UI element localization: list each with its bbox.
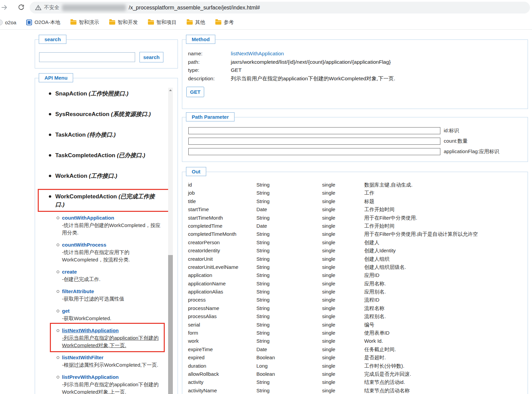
path-parameter-label: applicationFlag:应用标识: [444, 148, 499, 155]
bookmarks-bar: o2oaO2OA-本地智和演示智和开发智和项目其他参考: [0, 15, 532, 30]
path-parameter-input[interactable]: [188, 148, 440, 155]
field-name: applicationAlias: [188, 288, 223, 296]
bookmark-item[interactable]: 参考: [215, 19, 234, 26]
field-description: 用于在Filter中分类使用.由于是自动计算所以允许空: [364, 230, 478, 238]
action-name: SysResourceAction: [55, 111, 109, 117]
search-panel-title: search: [39, 35, 66, 44]
api-method-link[interactable]: countWithProcess: [62, 241, 106, 249]
api-menu-item-countWithApplication[interactable]: countWithApplication-统计当前用户创建的WorkComple…: [62, 214, 163, 236]
field-cardinality: single: [322, 321, 335, 329]
table-row: creatorIdentityStringsingle创建人Identity: [182, 247, 528, 255]
bookmark-item[interactable]: o2oa: [0, 20, 16, 25]
search-button[interactable]: search: [139, 52, 163, 62]
forward-icon[interactable]: [1, 4, 8, 11]
field-name: work: [188, 337, 199, 345]
field-description: 结束节点的活动id.: [364, 378, 405, 386]
field-type: String: [256, 271, 270, 279]
api-menu-action-WorkAction[interactable]: WorkAction (工作接口.): [55, 172, 163, 180]
folder-icon: [187, 20, 193, 25]
get-button[interactable]: GET: [186, 87, 204, 97]
path-parameter-title: Path Parameter: [186, 112, 234, 121]
api-menu-item-countWithProcess[interactable]: countWithProcess-统计当前用户在指定应用下的WorkComple…: [62, 241, 163, 263]
path-parameter-panel: Path Parameter id:标识count:数量applicationF…: [182, 117, 528, 162]
api-menu-action-SysResourceAction[interactable]: SysResourceAction (系统资源接口.): [55, 110, 163, 118]
field-description: Work Id.: [364, 337, 383, 345]
path-parameter-input[interactable]: [188, 138, 440, 145]
field-type: Date: [256, 345, 267, 354]
folder-icon: [70, 20, 76, 25]
method-field-label: type:: [188, 66, 231, 75]
field-cardinality: single: [322, 345, 335, 354]
bookmark-item[interactable]: 智和演示: [70, 19, 99, 26]
table-row: expireTimeDatesingle任务截止时间.: [182, 345, 528, 354]
path-parameter-row: id:标识: [188, 125, 524, 136]
field-cardinality: single: [322, 189, 335, 197]
api-menu-list: SnapAction (工作快照接口.)SysResourceAction (系…: [35, 90, 163, 394]
api-method-link[interactable]: listNextWithApplication: [62, 327, 119, 334]
api-menu-action-WorkCompletedAction[interactable]: WorkCompletedAction (已完成工作接口.): [55, 193, 163, 209]
api-menu-action-TaskCompletedAction[interactable]: TaskCompletedAction (已办接口.): [55, 151, 163, 160]
field-cardinality: single: [322, 337, 335, 345]
field-type: String: [256, 181, 270, 189]
api-menu-item-create[interactable]: create-创建已完成工作.: [62, 268, 163, 283]
field-type: String: [256, 329, 270, 337]
api-menu-action-TaskAction[interactable]: TaskAction (待办接口.): [55, 131, 163, 139]
api-method-description: -获取用于过滤的可选属性值: [62, 295, 163, 303]
table-row: processNameStringsingle流程名称: [182, 304, 528, 312]
table-row: startTimeMonthStringsingle用于在Filter中分类使用…: [182, 214, 528, 222]
api-menu-action-SnapAction[interactable]: SnapAction (工作快照接口.): [55, 90, 163, 98]
api-method-link[interactable]: countWithApplication: [62, 214, 114, 222]
field-name: serial: [188, 321, 200, 329]
api-menu-item-listNextWithFilter[interactable]: listNextWithFilter-根据过滤属性列示WorkCompleted…: [62, 354, 163, 369]
warning-icon: [35, 5, 41, 10]
scroll-up-icon[interactable]: [168, 88, 173, 92]
api-menu-item-listPrevWithApplication[interactable]: listPrevWithApplication-列示当前用户在指定的applic…: [62, 373, 163, 394]
method-field-row: name:listNextWithApplication: [188, 50, 524, 58]
api-method-link[interactable]: listPrevWithApplication: [62, 373, 119, 381]
action-note: (工作接口.): [89, 173, 117, 179]
table-row: serialStringsingle编号: [182, 321, 528, 329]
api-method-link[interactable]: get: [62, 307, 70, 315]
method-field-value[interactable]: listNextWithApplication: [231, 50, 284, 58]
path-parameter-row: applicationFlag:应用标识: [188, 146, 524, 157]
bookmark-item[interactable]: 其他: [187, 19, 205, 26]
url-bar[interactable]: 不安全 /x_processplatform_assemble_surface/…: [30, 2, 530, 13]
refresh-icon[interactable]: [18, 4, 25, 11]
field-cardinality: single: [322, 238, 335, 247]
bookmark-label: 智和项目: [156, 19, 177, 26]
bookmark-label: o2oa: [5, 20, 16, 25]
api-menu-item-get[interactable]: get-获取WorkCompleted.: [62, 307, 163, 322]
field-type: String: [256, 280, 270, 288]
bookmark-item[interactable]: O2OA-本地: [26, 19, 60, 26]
field-description: 工作开始时间: [364, 222, 395, 230]
api-menu-panel: API Menu SnapAction (工作快照接口.)SysResource…: [35, 78, 178, 394]
field-type: Date: [256, 205, 267, 214]
field-cardinality: single: [322, 222, 335, 230]
field-name: activityName: [188, 387, 217, 394]
table-row: creatorUnitLevelNameStringsingle创建人组织层级名…: [182, 263, 528, 271]
path-parameter-input[interactable]: [188, 127, 440, 134]
api-menu-item-listNextWithApplication[interactable]: listNextWithApplication-列示当前用户在指定的applic…: [62, 327, 163, 349]
field-type: String: [256, 312, 270, 320]
field-description: 工作时长(分钟数).: [364, 362, 404, 370]
field-cardinality: single: [322, 181, 335, 189]
method-panel: Method name:listNextWithApplicationpath:…: [182, 39, 528, 109]
action-note: (已办接口.): [117, 152, 145, 159]
field-cardinality: single: [322, 370, 335, 378]
api-menu-title: API Menu: [39, 73, 73, 82]
api-method-link[interactable]: create: [62, 268, 77, 276]
table-row: expiredBooleansingle是否超时.: [182, 354, 528, 362]
table-row: formStringsingle使用表单ID: [182, 329, 528, 337]
bookmark-item[interactable]: 智和项目: [148, 19, 177, 26]
out-panel-title: Out: [186, 167, 206, 176]
api-method-description: -获取WorkCompleted.: [62, 315, 163, 322]
search-input[interactable]: [39, 52, 135, 62]
api-menu-item-filterAttribute[interactable]: filterAttribute-获取用于过滤的可选属性值: [62, 288, 163, 303]
api-method-link[interactable]: listNextWithFilter: [62, 354, 103, 361]
bookmark-item[interactable]: 智和开发: [109, 19, 138, 26]
field-name: activity: [188, 378, 204, 386]
table-row: allowRollbackBooleansingle完成后是否允许回滚.: [182, 370, 528, 378]
api-method-link[interactable]: filterAttribute: [62, 288, 94, 295]
api-method-description: -列示当前用户在指定的application下创建的WorkCompleted对…: [62, 334, 163, 349]
scrollbar-thumb[interactable]: [168, 255, 173, 394]
